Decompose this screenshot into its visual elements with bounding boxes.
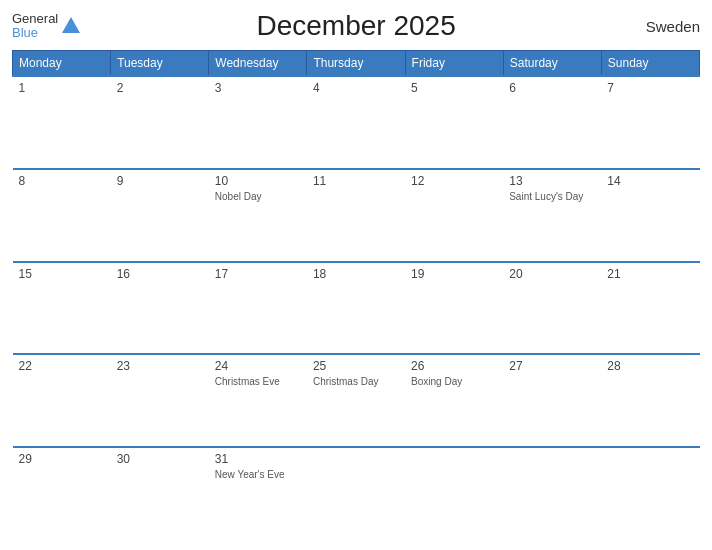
day-number: 23 — [117, 359, 203, 373]
table-row: 6 — [503, 76, 601, 169]
day-number: 29 — [19, 452, 105, 466]
table-row — [307, 447, 405, 540]
table-row: 4 — [307, 76, 405, 169]
day-number: 25 — [313, 359, 399, 373]
table-row: 28 — [601, 354, 699, 447]
day-number: 28 — [607, 359, 693, 373]
table-row: 24Christmas Eve — [209, 354, 307, 447]
table-row: 11 — [307, 169, 405, 262]
table-row: 27 — [503, 354, 601, 447]
table-row: 13Saint Lucy's Day — [503, 169, 601, 262]
col-thursday: Thursday — [307, 51, 405, 77]
day-number: 17 — [215, 267, 301, 281]
calendar-table: Monday Tuesday Wednesday Thursday Friday… — [12, 50, 700, 540]
col-saturday: Saturday — [503, 51, 601, 77]
calendar-container: General Blue December 2025 Sweden Monday… — [0, 0, 712, 550]
day-number: 26 — [411, 359, 497, 373]
day-number: 13 — [509, 174, 595, 188]
day-number: 2 — [117, 81, 203, 95]
table-row: 31New Year's Eve — [209, 447, 307, 540]
day-number: 9 — [117, 174, 203, 188]
day-number: 20 — [509, 267, 595, 281]
day-number: 3 — [215, 81, 301, 95]
day-number: 24 — [215, 359, 301, 373]
day-number: 11 — [313, 174, 399, 188]
table-row: 5 — [405, 76, 503, 169]
day-number: 5 — [411, 81, 497, 95]
col-friday: Friday — [405, 51, 503, 77]
table-row: 18 — [307, 262, 405, 355]
table-row: 7 — [601, 76, 699, 169]
logo: General Blue — [12, 12, 82, 41]
day-number: 18 — [313, 267, 399, 281]
table-row: 12 — [405, 169, 503, 262]
day-number: 15 — [19, 267, 105, 281]
day-number: 21 — [607, 267, 693, 281]
logo-general-text: General — [12, 11, 58, 26]
calendar-title: December 2025 — [82, 10, 630, 42]
day-number: 10 — [215, 174, 301, 188]
day-number: 31 — [215, 452, 301, 466]
table-row — [601, 447, 699, 540]
day-number: 27 — [509, 359, 595, 373]
day-number: 1 — [19, 81, 105, 95]
calendar-header-row: Monday Tuesday Wednesday Thursday Friday… — [13, 51, 700, 77]
holiday-name: Boxing Day — [411, 375, 497, 388]
calendar-week-row: 15161718192021 — [13, 262, 700, 355]
country-label: Sweden — [630, 18, 700, 35]
logo-icon — [60, 15, 82, 37]
table-row: 10Nobel Day — [209, 169, 307, 262]
day-number: 16 — [117, 267, 203, 281]
calendar-week-row: 8910Nobel Day111213Saint Lucy's Day14 — [13, 169, 700, 262]
table-row: 8 — [13, 169, 111, 262]
day-number: 22 — [19, 359, 105, 373]
table-row: 17 — [209, 262, 307, 355]
day-number: 4 — [313, 81, 399, 95]
table-row — [405, 447, 503, 540]
table-row: 20 — [503, 262, 601, 355]
day-number: 19 — [411, 267, 497, 281]
col-monday: Monday — [13, 51, 111, 77]
table-row: 29 — [13, 447, 111, 540]
table-row: 14 — [601, 169, 699, 262]
day-number: 8 — [19, 174, 105, 188]
table-row: 2 — [111, 76, 209, 169]
table-row: 16 — [111, 262, 209, 355]
table-row: 25Christmas Day — [307, 354, 405, 447]
calendar-body: 12345678910Nobel Day111213Saint Lucy's D… — [13, 76, 700, 540]
table-row: 1 — [13, 76, 111, 169]
col-tuesday: Tuesday — [111, 51, 209, 77]
table-row — [503, 447, 601, 540]
logo-blue-text: Blue — [12, 25, 38, 40]
table-row: 22 — [13, 354, 111, 447]
table-row: 30 — [111, 447, 209, 540]
calendar-week-row: 222324Christmas Eve25Christmas Day26Boxi… — [13, 354, 700, 447]
holiday-name: New Year's Eve — [215, 468, 301, 481]
day-number: 7 — [607, 81, 693, 95]
holiday-name: Christmas Day — [313, 375, 399, 388]
col-sunday: Sunday — [601, 51, 699, 77]
table-row: 26Boxing Day — [405, 354, 503, 447]
calendar-week-row: 1234567 — [13, 76, 700, 169]
holiday-name: Christmas Eve — [215, 375, 301, 388]
calendar-week-row: 293031New Year's Eve — [13, 447, 700, 540]
calendar-header: General Blue December 2025 Sweden — [12, 10, 700, 42]
day-number: 30 — [117, 452, 203, 466]
svg-marker-0 — [62, 17, 80, 33]
holiday-name: Nobel Day — [215, 190, 301, 203]
table-row: 15 — [13, 262, 111, 355]
col-wednesday: Wednesday — [209, 51, 307, 77]
table-row: 3 — [209, 76, 307, 169]
table-row: 9 — [111, 169, 209, 262]
day-number: 12 — [411, 174, 497, 188]
holiday-name: Saint Lucy's Day — [509, 190, 595, 203]
table-row: 21 — [601, 262, 699, 355]
day-number: 14 — [607, 174, 693, 188]
day-number: 6 — [509, 81, 595, 95]
table-row: 19 — [405, 262, 503, 355]
table-row: 23 — [111, 354, 209, 447]
